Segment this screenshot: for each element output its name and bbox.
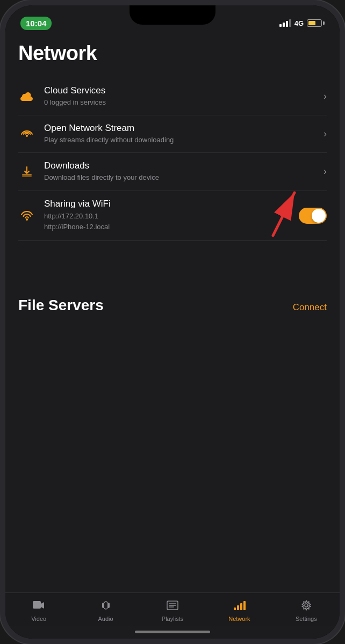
downloads-item[interactable]: Downloads Download files directly to you… <box>18 153 327 191</box>
svg-rect-10 <box>237 605 239 610</box>
connect-button[interactable]: Connect <box>293 302 327 313</box>
tab-network[interactable]: Network <box>206 599 272 622</box>
home-indicator <box>135 631 210 633</box>
battery-indicator <box>307 19 325 27</box>
svg-point-1 <box>26 218 28 221</box>
content-spacer <box>5 317 340 592</box>
wifi-icon <box>18 210 35 222</box>
svg-rect-4 <box>33 601 41 609</box>
sharing-wifi-title: Sharing via WiFi <box>44 199 290 209</box>
toggle-knob <box>312 209 326 223</box>
open-network-stream-title: Open Network Stream <box>44 123 315 134</box>
sharing-wifi-text: Sharing via WiFi http://172.20.10.1 http… <box>44 199 290 233</box>
downloads-text: Downloads Download files directly to you… <box>44 160 315 182</box>
cloud-services-item[interactable]: Cloud Services 0 logged in services › <box>18 78 327 115</box>
volume-down-button[interactable] <box>0 158 1 191</box>
volume-up-button[interactable] <box>0 118 1 150</box>
tab-video[interactable]: Video <box>5 599 72 622</box>
file-servers-title: File Servers <box>18 297 104 314</box>
tab-playlists-label: Playlists <box>162 616 183 622</box>
downloads-icon <box>18 166 35 178</box>
video-icon <box>32 599 45 613</box>
status-bar: 10:04 4G <box>5 5 340 33</box>
signal-bars <box>279 19 291 27</box>
notch <box>130 5 215 25</box>
main-content: Network Cloud Services 0 logged in servi… <box>5 33 340 317</box>
cloud-services-subtitle: 0 logged in services <box>44 98 315 107</box>
svg-rect-11 <box>240 603 242 610</box>
time-display: 10:04 <box>20 17 52 30</box>
network-type: 4G <box>294 19 304 27</box>
open-network-stream-subtitle: Play streams directly without downloadin… <box>44 135 315 145</box>
settings-icon <box>300 599 313 613</box>
svg-rect-12 <box>243 601 246 610</box>
status-right: 4G <box>279 19 325 27</box>
page-title: Network <box>18 42 327 65</box>
svg-point-13 <box>305 604 308 607</box>
phone-shell: 10:04 4G Network <box>0 0 345 644</box>
svg-point-0 <box>26 135 28 137</box>
stream-icon <box>18 128 35 140</box>
cloud-services-title: Cloud Services <box>44 85 315 96</box>
downloads-chevron: › <box>324 166 327 177</box>
cloud-services-chevron: › <box>324 91 327 102</box>
downloads-title: Downloads <box>44 160 315 171</box>
playlists-icon <box>166 599 179 613</box>
svg-rect-9 <box>234 608 236 610</box>
tab-playlists[interactable]: Playlists <box>139 599 206 622</box>
open-network-stream-text: Open Network Stream Play streams directl… <box>44 123 315 145</box>
file-servers-header: File Servers Connect <box>18 284 327 316</box>
audio-icon <box>100 599 112 613</box>
cloud-services-text: Cloud Services 0 logged in services <box>44 85 315 107</box>
cloud-icon <box>18 91 35 103</box>
tab-audio-label: Audio <box>98 616 113 622</box>
tab-settings-label: Settings <box>296 616 317 622</box>
tab-video-label: Video <box>31 616 46 622</box>
tab-network-label: Network <box>228 616 250 622</box>
tab-bar: Video Audio <box>5 592 340 626</box>
screen: 10:04 4G Network <box>5 5 340 639</box>
sharing-wifi-toggle[interactable] <box>299 208 327 224</box>
open-network-stream-chevron: › <box>324 128 327 140</box>
open-network-stream-item[interactable]: Open Network Stream Play streams directl… <box>18 115 327 153</box>
downloads-subtitle: Download files directly to your device <box>44 173 315 182</box>
sharing-wifi-item[interactable]: Sharing via WiFi http://172.20.10.1 http… <box>18 191 327 241</box>
network-icon <box>233 599 246 613</box>
tab-settings[interactable]: Settings <box>273 599 340 622</box>
sharing-wifi-address1: http://172.20.10.1 http://iPhone-12.loca… <box>44 211 290 233</box>
tab-audio[interactable]: Audio <box>72 599 139 622</box>
